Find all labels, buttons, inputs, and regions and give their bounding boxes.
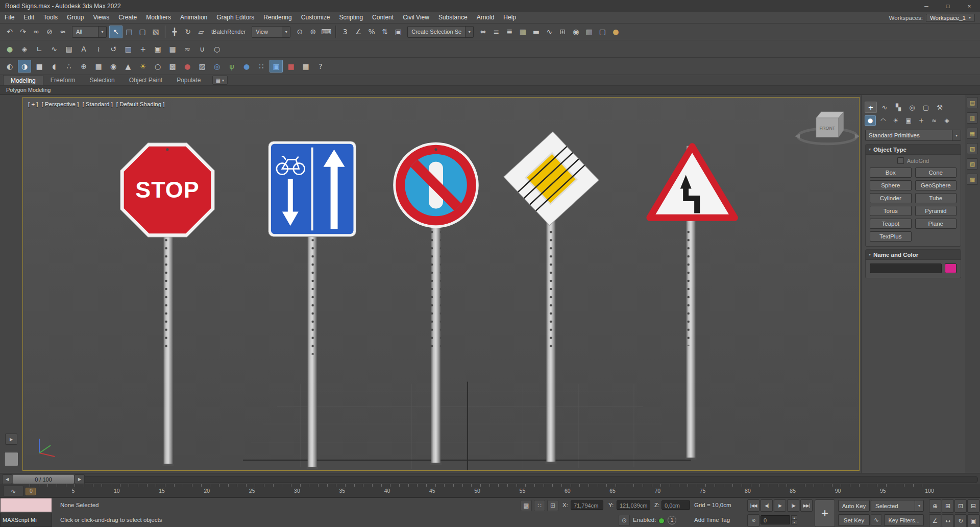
next-frame-arrow[interactable]: ▶ bbox=[75, 474, 85, 484]
named-selection-set-dropdown[interactable]: Create Selection Se ▾ bbox=[407, 26, 474, 38]
viewport-canvas[interactable]: STOP bbox=[23, 98, 859, 470]
shapes-category-icon[interactable]: ◠ bbox=[877, 115, 889, 126]
scene-explorer-icon[interactable]: ▥ bbox=[516, 26, 529, 38]
key-mode-toggle-icon[interactable]: ⊙ bbox=[747, 514, 760, 526]
sphere-icon[interactable]: ○ bbox=[151, 60, 164, 73]
viewport-shading-menu[interactable]: [ Default Shading ] bbox=[116, 101, 165, 107]
info-icon[interactable]: ? bbox=[314, 60, 327, 73]
blocks-icon[interactable]: ▣ bbox=[151, 42, 164, 55]
physics-sphere-icon[interactable]: ● bbox=[3, 42, 16, 55]
edit-named-selection-sets-icon[interactable]: ▣ bbox=[391, 26, 405, 38]
current-frame-field[interactable]: 0 bbox=[761, 515, 790, 524]
page-icon[interactable]: ▥ bbox=[121, 42, 135, 55]
window-crossing-icon[interactable]: ▧ bbox=[149, 26, 162, 38]
plane-button[interactable]: Plane bbox=[915, 219, 957, 229]
material-sphere-icon[interactable]: ◉ bbox=[107, 60, 120, 73]
geosphere-button[interactable]: GeoSphere bbox=[915, 180, 957, 190]
sheet-icon[interactable]: ▤ bbox=[62, 42, 76, 55]
go-to-start-button[interactable]: |◀◀ bbox=[747, 499, 760, 512]
dots-icon[interactable]: ∷ bbox=[255, 60, 268, 73]
road-sign-stop[interactable]: STOP bbox=[120, 143, 214, 466]
box-button[interactable]: Box bbox=[870, 167, 912, 178]
primitive-category-dropdown[interactable]: Standard Primitives ▾ bbox=[865, 130, 961, 141]
select-and-link-icon[interactable]: ∞ bbox=[30, 26, 43, 38]
dock-tab-icon-1[interactable]: ▤ bbox=[967, 97, 978, 108]
cube-icon[interactable]: ■ bbox=[33, 60, 46, 73]
spinner-down-icon[interactable]: ▾ bbox=[791, 520, 797, 524]
bind-to-space-warp-icon[interactable]: ≈ bbox=[56, 26, 69, 38]
menu-item[interactable]: Modifiers bbox=[141, 12, 176, 23]
keyboard-override-icon[interactable]: ⌨ bbox=[320, 26, 333, 38]
menu-item[interactable]: Views bbox=[88, 12, 114, 23]
close-button[interactable]: × bbox=[959, 0, 980, 12]
rectangular-selection-icon[interactable]: ▢ bbox=[136, 26, 149, 38]
corner-tool-icon[interactable]: ∟ bbox=[33, 42, 46, 55]
previous-frame-arrow[interactable]: ◀ bbox=[2, 474, 12, 484]
mirror-icon[interactable]: ⇔ bbox=[476, 26, 489, 38]
footsteps-icon[interactable]: ∴ bbox=[62, 60, 76, 73]
menu-item[interactable]: Substance bbox=[434, 12, 472, 23]
go-to-end-button[interactable]: ▶▶| bbox=[800, 499, 813, 512]
rope-tool-icon[interactable]: ≀ bbox=[92, 42, 105, 55]
render-setup-icon[interactable]: ▦ bbox=[582, 26, 596, 38]
gear-icon[interactable]: ◈ bbox=[18, 42, 31, 55]
globe-icon[interactable]: ◎ bbox=[210, 60, 224, 73]
viewcube[interactable]: FRONT bbox=[795, 112, 859, 144]
cone-icon[interactable]: ▲ bbox=[121, 60, 135, 73]
road-sign-priority-end[interactable] bbox=[502, 130, 601, 464]
wave-icon[interactable]: ≈ bbox=[181, 42, 194, 55]
ribbon-config-button[interactable]: ▦ ▾ bbox=[212, 76, 228, 85]
select-and-scale-icon[interactable]: ▱ bbox=[194, 26, 208, 38]
play-button[interactable]: ▶ bbox=[774, 499, 786, 512]
render-production-icon[interactable]: ● bbox=[609, 26, 622, 38]
cameras-category-icon[interactable]: ▣ bbox=[903, 115, 914, 126]
viewport-general-menu[interactable]: [ + ] bbox=[28, 101, 38, 107]
spinner-up-icon[interactable]: ▴ bbox=[791, 515, 797, 520]
sphere-button[interactable]: Sphere bbox=[870, 180, 912, 190]
schematic-view-icon[interactable]: ⊞ bbox=[556, 26, 569, 38]
cone-button[interactable]: Cone bbox=[915, 167, 957, 178]
time-slider-handle[interactable]: 0 / 100 bbox=[12, 474, 75, 484]
workspace-dropdown[interactable]: Workspace_1 ▾ bbox=[926, 14, 975, 22]
space-warps-category-icon[interactable]: ≈ bbox=[928, 115, 940, 126]
menu-item[interactable]: Create bbox=[114, 12, 141, 23]
select-and-manipulate-icon[interactable]: ⊕ bbox=[306, 26, 320, 38]
hemisphere-icon[interactable]: ◑ bbox=[18, 60, 31, 73]
angle-snap-icon[interactable]: ∠ bbox=[352, 26, 365, 38]
torus-button[interactable]: Torus bbox=[870, 206, 912, 216]
object-color-swatch[interactable] bbox=[945, 264, 957, 273]
container-icon[interactable]: ∪ bbox=[195, 42, 209, 55]
menu-item[interactable]: Group bbox=[62, 12, 88, 23]
display-tab-icon[interactable]: ▢ bbox=[920, 102, 932, 113]
zoom-region-icon[interactable]: ⊟ bbox=[967, 499, 979, 513]
modify-tab-icon[interactable]: ∿ bbox=[878, 102, 891, 113]
pyramid-button[interactable]: Pyramid bbox=[915, 206, 957, 216]
undo-icon[interactable]: ↶ bbox=[3, 26, 16, 38]
snap-toggle-3d-icon[interactable]: 3 bbox=[338, 26, 352, 38]
pushpin-icon[interactable]: ⊕ bbox=[77, 60, 90, 73]
rendered-frame-window-icon[interactable]: ▢ bbox=[596, 26, 609, 38]
cycle-icon[interactable]: ↺ bbox=[107, 42, 120, 55]
viewport-layout-tab[interactable] bbox=[4, 452, 18, 466]
maximize-button[interactable]: □ bbox=[937, 0, 959, 12]
select-by-name-icon[interactable]: ▤ bbox=[122, 26, 136, 38]
dock-tab-icon-5[interactable]: ▨ bbox=[967, 158, 978, 170]
perspective-viewport[interactable]: STOP bbox=[22, 97, 860, 471]
menu-item[interactable]: Arnold bbox=[472, 12, 499, 23]
autogrid-checkbox[interactable] bbox=[897, 157, 904, 164]
road-sign-bicycle-lane[interactable] bbox=[268, 141, 356, 469]
dock-tab-icon-2[interactable]: ▥ bbox=[967, 112, 978, 124]
teapot-button[interactable]: Teapot bbox=[870, 219, 912, 229]
menu-item[interactable]: Graph Editors bbox=[212, 12, 259, 23]
animation-enable-icon[interactable]: ⊙ bbox=[619, 515, 630, 526]
utilities-tab-icon[interactable]: ⚒ bbox=[934, 102, 946, 113]
layer-explorer-icon[interactable]: ≣ bbox=[503, 26, 516, 38]
pan-icon[interactable]: ↔ bbox=[942, 514, 954, 527]
unlink-selection-icon[interactable]: ⊘ bbox=[43, 26, 56, 38]
crosshair-icon[interactable]: + bbox=[136, 42, 150, 55]
maximize-viewport-icon[interactable]: ▣ bbox=[967, 514, 979, 527]
plant-icon[interactable]: ψ bbox=[225, 60, 238, 73]
checkerboard-icon[interactable]: ▨ bbox=[195, 60, 209, 73]
stack-icon[interactable]: ▦ bbox=[299, 60, 312, 73]
lights-category-icon[interactable]: ☀ bbox=[890, 115, 901, 126]
